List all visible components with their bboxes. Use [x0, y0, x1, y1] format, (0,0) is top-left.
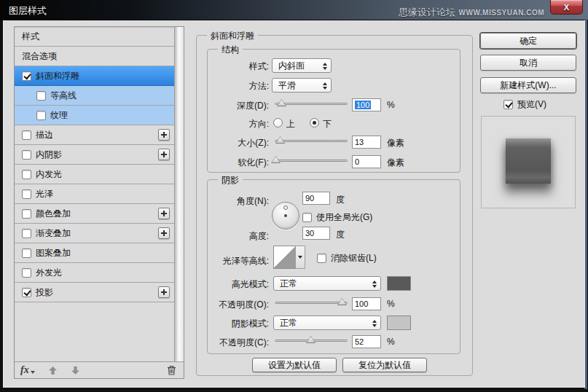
antialias-label: 消除锯齿(L) — [331, 252, 377, 264]
reset-default-button[interactable]: 复位为默认值 — [342, 358, 427, 372]
sidebar-item-drop-shadow[interactable]: 投影 — [15, 283, 174, 302]
delete-effect-button[interactable] — [167, 365, 176, 375]
ok-button[interactable]: 确定 — [480, 33, 576, 49]
direction-label: 方向: — [208, 118, 269, 130]
soften-slider[interactable] — [275, 157, 348, 166]
altitude-input[interactable]: 30 — [302, 227, 330, 240]
angle-label: 角度(N): — [208, 195, 269, 208]
shadow-opacity-slider[interactable] — [275, 337, 348, 346]
angle-input[interactable]: 90 — [302, 192, 330, 205]
effect-checkbox[interactable] — [36, 111, 46, 120]
sidebar-item-pattern-overlay[interactable]: 图案叠加 — [15, 243, 174, 263]
soften-input[interactable]: 0 — [352, 155, 381, 168]
effect-checkbox[interactable] — [36, 91, 46, 101]
highlight-opacity-input[interactable]: 100 — [352, 297, 381, 310]
technique-select[interactable]: 平滑 — [272, 78, 332, 93]
depth-label: 深度(D): — [208, 100, 269, 112]
sidebar-item-satin[interactable]: 光泽 — [15, 184, 174, 204]
effect-checkbox[interactable] — [22, 170, 31, 179]
effect-checkbox[interactable] — [22, 268, 31, 278]
titlebar[interactable]: 图层样式 思缘设计论坛 WWW.MISSYUAN.COM X — [0, 0, 588, 20]
window-title: 图层样式 — [9, 4, 47, 17]
gloss-contour-dropdown[interactable] — [296, 246, 305, 269]
size-unit: 像素 — [387, 137, 404, 149]
effect-checkbox[interactable] — [22, 189, 31, 199]
effect-checkbox[interactable] — [22, 229, 31, 238]
direction-down-radio[interactable] — [310, 118, 319, 128]
highlight-opacity-slider[interactable] — [275, 299, 348, 308]
select-arrows-icon — [323, 63, 327, 70]
caret-down-icon — [31, 371, 35, 374]
add-instance-plus-button[interactable] — [158, 208, 170, 219]
move-up-button[interactable] — [48, 366, 58, 375]
sidebar-item-gradient-overlay[interactable]: 渐变叠加 — [15, 224, 174, 243]
sidebar-item-styles[interactable]: 样式 — [15, 27, 174, 47]
effect-checkbox[interactable] — [22, 130, 31, 140]
sidebar-item-bevel-emboss[interactable]: 斜面和浮雕 — [15, 66, 174, 86]
shadow-mode-label: 阴影模式: — [208, 318, 269, 330]
soften-label: 软化(F): — [208, 157, 269, 169]
cancel-button[interactable]: 取消 — [480, 55, 576, 71]
shadow-opacity-input[interactable]: 52 — [352, 335, 381, 348]
highlight-color-swatch[interactable] — [387, 276, 411, 291]
depth-input[interactable]: 100 — [352, 98, 381, 111]
sidebar-item-label: 光泽 — [36, 188, 53, 200]
sidebar-item-texture[interactable]: 纹理 — [15, 106, 174, 125]
effect-checkbox[interactable] — [22, 71, 31, 81]
size-input[interactable]: 13 — [352, 136, 381, 149]
angle-dial[interactable] — [272, 202, 299, 230]
fx-menu-button[interactable]: fx — [20, 365, 35, 375]
antialias-checkbox[interactable] — [317, 254, 326, 263]
sidebar-item-blending-options[interactable]: 混合选项 — [15, 47, 174, 66]
shadow-mode-select[interactable]: 正常 — [273, 315, 381, 330]
effect-checkbox[interactable] — [22, 209, 31, 219]
highlight-mode-select[interactable]: 正常 — [273, 276, 381, 291]
effect-checkbox[interactable] — [22, 150, 31, 160]
sidebar-toolbar: fx — [15, 361, 184, 378]
direction-up-radio[interactable] — [273, 118, 283, 128]
sidebar-item-stroke[interactable]: 描边 — [15, 125, 174, 145]
fx-icon: fx — [20, 365, 29, 375]
add-instance-plus-button[interactable] — [158, 129, 170, 141]
direction-up-label: 上 — [286, 118, 295, 130]
depth-slider[interactable] — [275, 101, 348, 109]
sidebar-item-label: 外发光 — [36, 267, 62, 279]
move-down-button[interactable] — [71, 366, 80, 375]
altitude-label: 高度: — [208, 230, 269, 243]
sidebar-item-label: 纹理 — [50, 109, 68, 122]
gloss-contour-thumbnail[interactable] — [273, 246, 297, 269]
sidebar-item-label: 颜色叠加 — [36, 208, 71, 220]
sidebar-item-label: 描边 — [36, 129, 53, 141]
effect-checkbox[interactable] — [22, 288, 31, 297]
sidebar-item-inner-shadow[interactable]: 内阴影 — [15, 145, 174, 165]
style-label: 样式: — [208, 60, 269, 73]
sidebar-item-outer-glow[interactable]: 外发光 — [15, 263, 174, 283]
size-slider[interactable] — [275, 138, 348, 146]
dialog-body: 样式混合选项斜面和浮雕等高线纹理描边内阴影内发光光泽颜色叠加渐变叠加图案叠加外发… — [3, 20, 585, 388]
effects-list: 样式混合选项斜面和浮雕等高线纹理描边内阴影内发光光泽颜色叠加渐变叠加图案叠加外发… — [15, 27, 174, 361]
sidebar-item-label: 内发光 — [36, 168, 62, 181]
new-style-button[interactable]: 新建样式(W)... — [480, 77, 576, 93]
structure-group-title: 结构 — [218, 44, 243, 56]
style-preview-box — [481, 116, 576, 208]
make-default-button[interactable]: 设置为默认值 — [252, 358, 337, 372]
sidebar-item-contour[interactable]: 等高线 — [15, 86, 174, 106]
sidebar-item-inner-glow[interactable]: 内发光 — [15, 165, 174, 184]
effects-sidebar: 样式混合选项斜面和浮雕等高线纹理描边内阴影内发光光泽颜色叠加渐变叠加图案叠加外发… — [14, 26, 184, 379]
preview-checkbox[interactable] — [503, 100, 513, 109]
add-instance-plus-button[interactable] — [158, 149, 170, 160]
sidebar-item-color-overlay[interactable]: 颜色叠加 — [15, 204, 174, 224]
select-arrows-icon — [323, 82, 327, 90]
shadow-opacity-label: 不透明度(C): — [208, 337, 269, 349]
use-global-light-checkbox[interactable] — [302, 213, 312, 222]
add-instance-plus-button[interactable] — [158, 227, 170, 239]
caret-down-icon — [298, 256, 302, 259]
highlight-mode-label: 高光模式: — [208, 278, 269, 291]
bevel-style-select[interactable]: 内斜面 — [272, 58, 332, 73]
sidebar-scrollbar[interactable] — [174, 27, 184, 361]
close-button[interactable]: X — [550, 0, 583, 15]
effect-checkbox[interactable] — [22, 248, 31, 258]
sidebar-item-label: 等高线 — [50, 90, 77, 102]
add-instance-plus-button[interactable] — [158, 286, 170, 298]
shadow-color-swatch[interactable] — [387, 315, 411, 330]
